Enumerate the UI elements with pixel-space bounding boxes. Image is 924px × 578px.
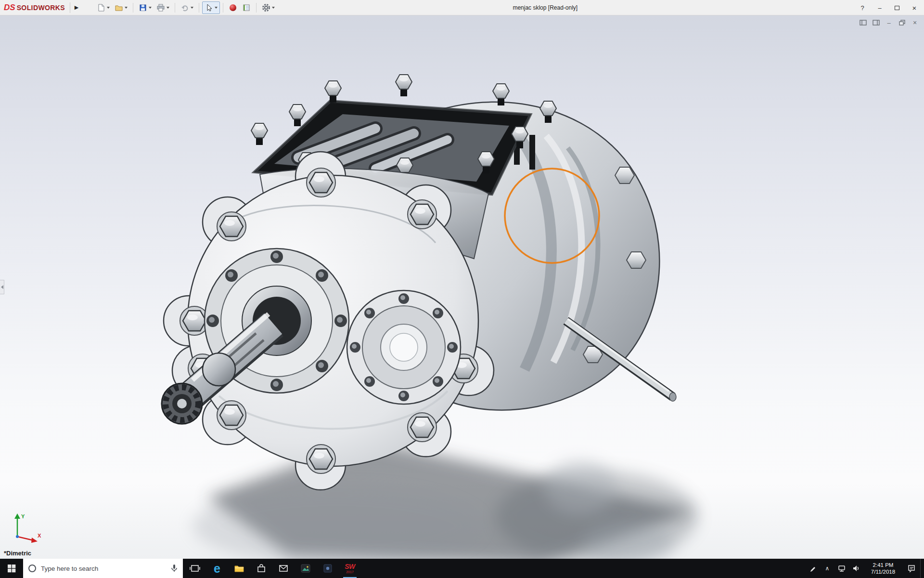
- taskbar-apps: e: [184, 559, 361, 578]
- mail-app-icon[interactable]: [272, 559, 295, 578]
- solidworks-app-icon[interactable]: SW 2017: [339, 559, 361, 578]
- search-icon: [28, 564, 37, 573]
- chevron-down-icon: [272, 7, 275, 9]
- speaker-icon: [852, 564, 860, 573]
- open-button[interactable]: [112, 1, 130, 14]
- unknown-app-icon[interactable]: [317, 559, 339, 578]
- new-document-button[interactable]: [94, 1, 112, 14]
- chevron-down-icon: [149, 7, 152, 9]
- pen-workspace-icon[interactable]: [806, 559, 820, 578]
- clock-time: 2:41 PM: [873, 562, 894, 568]
- design-binder-button[interactable]: [240, 1, 253, 14]
- solidworks-logo: DS SOLIDWORKS: [4, 3, 68, 13]
- pane-left-button[interactable]: [858, 18, 868, 27]
- pane-right-button[interactable]: [871, 18, 881, 27]
- document-title: menjac sklop [Read-only]: [513, 0, 578, 15]
- open-folder-icon: [115, 3, 123, 12]
- view-orientation-label: *Dimetric: [4, 550, 31, 557]
- dark-app-icon: [322, 563, 333, 574]
- graphics-viewport[interactable]: – ×: [0, 15, 924, 559]
- clock-date: 7/11/2018: [871, 568, 895, 575]
- chevron-down-icon: [167, 7, 169, 9]
- search-input[interactable]: [41, 565, 166, 572]
- system-tray: ∧ 2:41 PM 7/11/2018: [806, 559, 924, 578]
- store-app-icon[interactable]: [250, 559, 272, 578]
- divider: [223, 3, 223, 13]
- start-button[interactable]: [0, 559, 23, 578]
- options-gear-icon: [262, 3, 270, 12]
- new-document-icon: [97, 3, 105, 12]
- shopping-bag-icon: [256, 563, 267, 574]
- microphone-icon: [170, 564, 178, 573]
- taskbar-search[interactable]: [23, 559, 183, 578]
- output-flange: [347, 290, 461, 404]
- appearance-sphere-icon: [229, 3, 237, 12]
- show-desktop-button[interactable]: [920, 559, 923, 578]
- folder-icon: [234, 563, 244, 574]
- ds-logo-icon: DS: [4, 3, 15, 13]
- action-center-icon[interactable]: [903, 559, 920, 578]
- select-tool-button[interactable]: [202, 1, 220, 14]
- pen-icon: [809, 565, 817, 572]
- taskbar-clock[interactable]: 2:41 PM 7/11/2018: [863, 559, 903, 578]
- standard-toolbar: [94, 1, 277, 14]
- ethernet-icon: [837, 564, 846, 573]
- envelope-icon: [278, 563, 289, 574]
- windows-start-icon: [7, 564, 16, 573]
- divider: [256, 3, 257, 13]
- model-3d-gearbox[interactable]: [0, 15, 924, 559]
- titlebar: DS SOLIDWORKS ▶: [0, 0, 924, 15]
- print-icon: [156, 3, 165, 12]
- menu-expand-arrow[interactable]: ▶: [72, 4, 81, 11]
- chevron-down-icon: [125, 7, 128, 9]
- document-window-controls: – ×: [858, 18, 920, 27]
- window-controls: ? – ×: [854, 0, 923, 15]
- doc-restore-icon: [899, 20, 905, 26]
- doc-minimize-button[interactable]: –: [884, 18, 894, 27]
- chevron-down-icon: [215, 7, 218, 9]
- task-view-icon: [190, 563, 200, 574]
- pane-left-icon: [860, 20, 867, 26]
- design-binder-icon: [242, 3, 251, 12]
- triad-y-label: Y: [21, 513, 25, 519]
- print-button[interactable]: [154, 1, 172, 14]
- minimize-button[interactable]: –: [871, 0, 888, 15]
- doc-close-button[interactable]: ×: [910, 18, 920, 27]
- file-explorer-icon[interactable]: [228, 559, 250, 578]
- save-icon: [139, 3, 147, 12]
- undo-icon: [180, 3, 189, 12]
- orientation-triad: Y X: [8, 511, 46, 548]
- task-view-button[interactable]: [184, 559, 206, 578]
- photos-app-icon[interactable]: [295, 559, 317, 578]
- options-button[interactable]: [259, 1, 277, 14]
- doc-restore-button[interactable]: [897, 18, 907, 27]
- divider: [133, 3, 133, 13]
- hidden-icons-button[interactable]: ∧: [820, 559, 834, 578]
- save-button[interactable]: [136, 1, 154, 14]
- divider: [175, 3, 175, 13]
- divider: [199, 3, 199, 13]
- close-button[interactable]: ×: [906, 0, 923, 15]
- edge-browser-icon[interactable]: e: [206, 559, 228, 578]
- volume-icon[interactable]: [849, 559, 863, 578]
- app-name: SOLIDWORKS: [17, 4, 65, 12]
- appearance-button[interactable]: [226, 1, 240, 14]
- triad-x-label: X: [38, 533, 41, 539]
- model-shadow: [192, 439, 698, 559]
- maximize-icon: [895, 6, 899, 10]
- chevron-down-icon: [107, 7, 110, 9]
- network-icon[interactable]: [834, 559, 849, 578]
- chevron-down-icon: [191, 7, 193, 9]
- pane-right-icon: [873, 20, 880, 26]
- undo-button[interactable]: [178, 1, 196, 14]
- select-cursor-icon: [205, 3, 213, 12]
- taskbar: e: [0, 559, 924, 578]
- divider: [70, 2, 70, 13]
- photos-icon: [300, 563, 311, 574]
- notifications-icon: [907, 564, 916, 573]
- front-plate: [162, 152, 494, 490]
- maximize-button[interactable]: [888, 0, 906, 15]
- help-button[interactable]: ?: [854, 0, 871, 15]
